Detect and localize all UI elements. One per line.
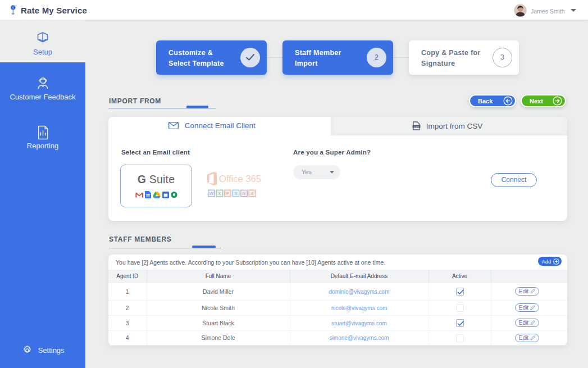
svg-text:CSV: CSV (414, 125, 419, 128)
svg-text:Office 365: Office 365 (219, 174, 261, 184)
svg-text:A: A (250, 191, 254, 196)
svg-text:N: N (243, 191, 246, 196)
svg-text:P: P (226, 191, 230, 196)
svg-text:S: S (234, 191, 238, 196)
svg-text:W: W (209, 191, 214, 196)
svg-text:X: X (218, 191, 221, 196)
